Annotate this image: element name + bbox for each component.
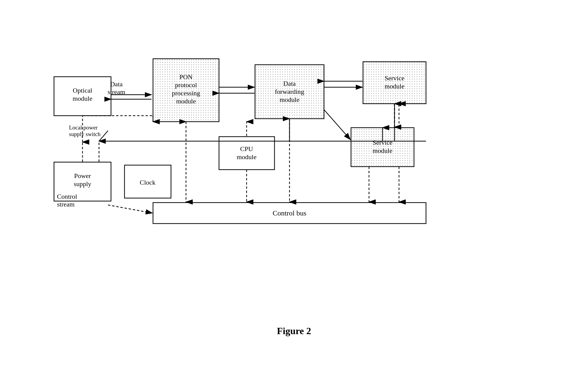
svg-text:Data: Data xyxy=(283,80,296,87)
svg-text:CPU: CPU xyxy=(240,145,253,153)
svg-text:supply switch: supply switch xyxy=(69,131,101,137)
svg-rect-24 xyxy=(351,128,414,167)
svg-text:module: module xyxy=(280,96,299,103)
svg-text:Data: Data xyxy=(110,80,123,88)
svg-text:module: module xyxy=(73,95,92,102)
svg-text:module: module xyxy=(385,82,404,90)
svg-text:Service: Service xyxy=(385,74,404,82)
svg-text:PON: PON xyxy=(179,73,193,81)
svg-text:Clock: Clock xyxy=(140,179,156,186)
svg-text:Control: Control xyxy=(57,193,77,200)
svg-text:Service: Service xyxy=(373,139,392,146)
svg-rect-32 xyxy=(153,203,426,224)
svg-rect-9 xyxy=(153,59,219,122)
svg-rect-6 xyxy=(54,77,111,116)
svg-line-50 xyxy=(99,131,108,141)
svg-line-47 xyxy=(324,110,350,140)
figure-caption: Figure 2 xyxy=(277,325,311,337)
diagram: Optical module PON protocol processing m… xyxy=(39,35,549,319)
svg-text:stream: stream xyxy=(57,200,75,208)
svg-text:protocol: protocol xyxy=(175,81,197,89)
svg-rect-18 xyxy=(363,62,426,104)
svg-text:Local power: Local power xyxy=(69,124,98,131)
svg-text:stream: stream xyxy=(108,88,125,96)
diagram-svg: Optical module PON protocol processing m… xyxy=(39,35,549,319)
svg-text:supply: supply xyxy=(74,180,92,188)
svg-text:processing: processing xyxy=(172,89,200,97)
svg-text:Optical: Optical xyxy=(73,87,92,94)
svg-rect-27 xyxy=(54,162,111,201)
svg-rect-21 xyxy=(219,137,274,170)
svg-text:module: module xyxy=(237,153,256,161)
svg-text:module: module xyxy=(373,147,392,154)
svg-rect-14 xyxy=(255,65,324,119)
svg-text:Power: Power xyxy=(74,172,91,180)
svg-text:Control bus: Control bus xyxy=(273,209,307,217)
svg-text:forwarding: forwarding xyxy=(275,88,304,95)
svg-text:module: module xyxy=(176,97,196,105)
svg-line-60 xyxy=(108,205,152,213)
svg-rect-30 xyxy=(124,165,171,198)
